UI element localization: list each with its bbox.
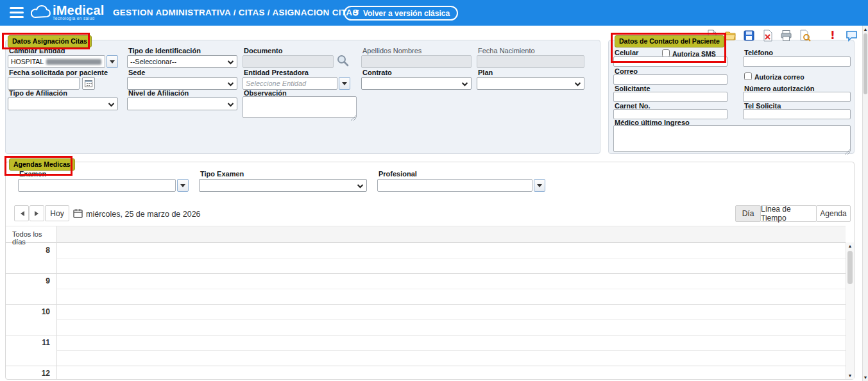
time-slot[interactable] (57, 366, 846, 379)
documento-input[interactable] (243, 55, 334, 68)
cambiar-entidad-label: Cambiar Entidad (9, 47, 65, 55)
all-day-row: Todos los días (6, 226, 846, 242)
hour-row-8: 8 (6, 242, 846, 273)
search-icon[interactable] (336, 54, 350, 70)
entidad-prestadora-dropdown-icon[interactable] (339, 77, 350, 90)
current-date-text: miércoles, 25 de marzo de 2026 (86, 210, 201, 219)
header-bar: iMedical Tecnología en salud GESTION ADM… (0, 0, 868, 26)
tipo-identificacion-label: Tipo de Identificación (128, 47, 201, 55)
fecha-solicitada-input[interactable] (8, 77, 80, 90)
hour-row-12: 12 (6, 366, 846, 379)
hour-row-10: 10 (6, 304, 846, 335)
chat-icon[interactable] (845, 29, 858, 42)
sede-select[interactable] (127, 77, 237, 90)
telefono-label: Teléfono (744, 49, 773, 56)
cambiar-entidad-combobox[interactable]: HOSPITAL (8, 55, 118, 68)
delete-icon[interactable] (761, 29, 774, 42)
numero-autorizacion-input[interactable] (743, 92, 851, 102)
hour-label: 8 (6, 243, 57, 273)
examen-input[interactable] (18, 179, 176, 192)
scroll-up-icon[interactable]: ▲ (846, 244, 854, 248)
scrollbar-thumb[interactable] (847, 251, 853, 284)
alert-icon[interactable]: ! (826, 29, 839, 42)
tipo-examen-select[interactable] (199, 179, 367, 192)
datos-asignacion-title: Datos Asignación Citas (8, 35, 92, 47)
save-icon[interactable] (742, 29, 755, 42)
celular-input[interactable] (613, 56, 728, 67)
scroll-up-icon[interactable]: ▲ (863, 27, 868, 31)
examen-dropdown-icon[interactable] (177, 179, 189, 192)
prev-day-button[interactable] (14, 205, 29, 221)
cambiar-entidad-dropdown-icon[interactable] (106, 55, 118, 68)
app-logo: iMedical Tecnología en salud (30, 1, 105, 23)
plan-select[interactable] (477, 77, 584, 90)
tipo-identificacion-select[interactable]: --Seleccionar-- (127, 55, 237, 68)
scroll-down-icon[interactable]: ▼ (863, 375, 868, 380)
carnet-label: Carnet No. (615, 102, 651, 110)
calendar-picker-icon[interactable] (82, 77, 95, 90)
calendar-icon (73, 208, 83, 221)
observacion-textarea[interactable] (243, 96, 357, 118)
hour-row-9: 9 (6, 273, 846, 304)
profesional-combobox[interactable] (377, 179, 545, 192)
reload-icon: ↺ (352, 9, 359, 17)
next-day-button[interactable] (30, 205, 44, 221)
contrato-select[interactable] (361, 77, 472, 90)
solicitante-label: Solicitante (615, 85, 651, 92)
fecha-solicitada-label: Fecha solicitada por paciente (9, 69, 108, 76)
sede-label: Sede (128, 69, 145, 76)
entidad-prestadora-combobox[interactable] (243, 77, 350, 90)
all-day-band[interactable] (57, 226, 846, 242)
telefono-input[interactable] (743, 56, 851, 67)
profesional-input[interactable] (377, 179, 532, 192)
scroll-down-icon[interactable]: ▼ (846, 373, 854, 378)
entidad-prestadora-input[interactable] (243, 77, 337, 90)
apellidos-nombres-input (361, 55, 472, 68)
autoriza-correo-label: Autoriza correo (754, 73, 804, 81)
correo-input[interactable] (613, 74, 728, 85)
time-slot[interactable] (57, 274, 846, 304)
agendas-medicas-title: Agendas Medicas (9, 158, 75, 171)
nivel-afiliacion-select[interactable] (127, 97, 237, 110)
open-document-icon[interactable] (724, 29, 736, 42)
chevron-down-icon (227, 78, 234, 89)
tipo-afiliacion-select[interactable] (8, 97, 118, 110)
tel-solicita-input[interactable] (743, 109, 851, 119)
entidad-prestadora-label: Entidad Prestadora (244, 69, 309, 76)
scheduler-scrollbar[interactable]: ▲ ▼ (846, 242, 854, 379)
time-slot[interactable] (57, 243, 846, 273)
profesional-dropdown-icon[interactable] (534, 179, 545, 192)
medico-ultimo-ingreso-label: Médico último Ingreso (615, 119, 690, 126)
autoriza-correo-checkbox[interactable] (744, 72, 752, 80)
arrow-left-icon (18, 211, 24, 216)
medico-ultimo-ingreso-textarea[interactable] (613, 125, 851, 152)
hour-label: 10 (6, 305, 57, 335)
action-toolbar: ! (705, 29, 858, 42)
print-icon[interactable] (779, 29, 792, 42)
view-agenda-button[interactable]: Agenda (816, 205, 851, 222)
page-scrollbar[interactable]: ▲ ▼ (862, 26, 868, 381)
chevron-down-icon (574, 78, 581, 89)
scrollbar-thumb[interactable] (864, 33, 867, 94)
tipo-afiliacion-label: Tipo de Afiliación (9, 89, 67, 97)
time-slot[interactable] (57, 305, 846, 335)
examen-combobox[interactable] (18, 179, 189, 192)
profesional-label: Profesional (379, 170, 417, 178)
all-day-label: Todos los días (6, 226, 57, 242)
arrow-right-icon (35, 211, 41, 216)
time-slot[interactable] (57, 335, 846, 366)
app-screen: iMedical Tecnología en salud GESTION ADM… (0, 0, 868, 381)
classic-version-button[interactable]: ↺ Volver a versión clásica (344, 6, 458, 21)
today-button[interactable]: Hoy (45, 205, 69, 221)
contrato-label: Contrato (362, 69, 392, 76)
hamburger-menu-icon[interactable] (10, 7, 24, 19)
preview-icon[interactable] (798, 29, 811, 42)
carnet-input[interactable] (613, 109, 728, 119)
hour-label: 12 (6, 366, 57, 379)
documento-label: Documento (244, 47, 283, 55)
view-linea-tiempo-button[interactable]: Línea de Tiempo (760, 205, 817, 222)
fecha-nacimiento-input (477, 55, 584, 68)
nivel-afiliacion-label: Nivel de Afiliación (128, 89, 189, 97)
view-dia-button[interactable]: Día (735, 205, 761, 222)
solicitante-input[interactable] (613, 92, 728, 102)
